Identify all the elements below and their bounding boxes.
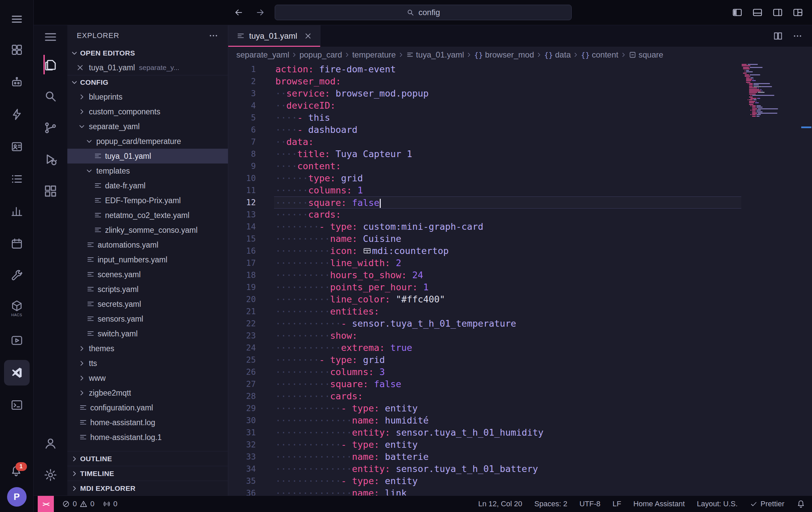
tree-item-configuration-yaml[interactable]: configuration.yaml bbox=[67, 400, 228, 415]
close-editor-icon[interactable] bbox=[76, 64, 84, 72]
tree-item-netatmo-co2-texte-yaml[interactable]: netatmo_co2_texte.yaml bbox=[67, 208, 228, 223]
code-line-10[interactable]: 10······type: grid bbox=[228, 172, 812, 184]
ports-status[interactable]: 0 bbox=[103, 500, 117, 508]
toggle-panel-button[interactable] bbox=[752, 7, 763, 18]
tree-item-sensors-yaml[interactable]: sensors.yaml bbox=[67, 311, 228, 326]
open-editor-item[interactable]: tuya_01.yaml separate_y... bbox=[67, 60, 228, 75]
ha-sidebar-item-calendar[interactable] bbox=[4, 228, 30, 260]
code-line-13[interactable]: 13······cards: bbox=[228, 209, 812, 221]
tree-item-home-assistant-log-1[interactable]: home-assistant.log.1 bbox=[67, 430, 228, 445]
status-item-spaces-2[interactable]: Spaces: 2 bbox=[534, 500, 567, 508]
tree-item-input-numbers-yaml[interactable]: input_numbers.yaml bbox=[67, 252, 228, 267]
activity-search-button[interactable] bbox=[44, 81, 58, 112]
breadcrumb-tuya-01-yaml[interactable]: tuya_01.yaml bbox=[405, 50, 465, 60]
code-line-15[interactable]: 15··········name: Cuisine bbox=[228, 233, 812, 245]
tree-item-zigbee2mqtt[interactable]: zigbee2mqtt bbox=[67, 386, 228, 400]
close-tab-icon[interactable] bbox=[304, 32, 312, 40]
code-line-18[interactable]: 18··········hours_to_show: 24 bbox=[228, 269, 812, 281]
code-line-16[interactable]: 16··········icon: mdi:countertop bbox=[228, 245, 812, 257]
outline-section-header[interactable]: OUTLINE bbox=[67, 451, 228, 466]
explorer-more-actions-button[interactable] bbox=[208, 31, 219, 41]
code-line-19[interactable]: 19··········points_per_hour: 1 bbox=[228, 281, 812, 293]
split-editor-button[interactable] bbox=[773, 31, 783, 41]
command-center-search[interactable]: config bbox=[275, 5, 572, 20]
ha-sidebar-item-dashboard[interactable] bbox=[4, 34, 30, 66]
forward-button[interactable] bbox=[255, 7, 265, 18]
notifications-button[interactable]: 1 bbox=[10, 465, 24, 478]
breadcrumb-square[interactable]: square bbox=[628, 50, 664, 60]
tree-item-secrets-yaml[interactable]: secrets.yaml bbox=[67, 297, 228, 311]
ha-sidebar-item-vscode[interactable] bbox=[4, 360, 30, 386]
tree-item-scripts-yaml[interactable]: scripts.yaml bbox=[67, 282, 228, 297]
code-line-33[interactable]: 33··············name: batterie bbox=[228, 451, 812, 463]
code-line-28[interactable]: 28··········cards: bbox=[228, 390, 812, 402]
tree-item-separate-yaml[interactable]: separate_yaml bbox=[67, 119, 228, 134]
breadcrumb-popup-card[interactable]: popup_card bbox=[299, 50, 343, 60]
ha-sidebar-item-terminal[interactable] bbox=[4, 389, 30, 421]
tree-item-blueprints[interactable]: blueprints bbox=[67, 89, 228, 104]
code-line-23[interactable]: 23··········show: bbox=[228, 330, 812, 342]
ha-sidebar-item-robot[interactable] bbox=[4, 66, 30, 98]
tree-item-automations-yaml[interactable]: automations.yaml bbox=[67, 238, 228, 252]
breadcrumb-browser-mod[interactable]: {}browser_mod bbox=[473, 50, 534, 60]
code-line-7[interactable]: 7··data: bbox=[228, 136, 812, 148]
user-avatar[interactable]: P bbox=[7, 487, 27, 507]
code-line-4[interactable]: 4··deviceID: bbox=[228, 99, 812, 112]
activity-menu-button[interactable] bbox=[44, 25, 58, 49]
tree-item-themes[interactable]: themes bbox=[67, 341, 228, 356]
code-line-9[interactable]: 9····content: bbox=[228, 160, 812, 172]
status-item-layout-u-s[interactable]: Layout: U.S. bbox=[697, 500, 737, 508]
status-item-utf-8[interactable]: UTF-8 bbox=[579, 500, 600, 508]
scrollbar-marker[interactable] bbox=[801, 126, 811, 128]
toggle-sidebar-button[interactable] bbox=[732, 7, 743, 18]
code-line-32[interactable]: 32············- type: entity bbox=[228, 439, 812, 451]
tree-item-templates[interactable]: templates bbox=[67, 163, 228, 178]
ha-sidebar-item-media[interactable] bbox=[4, 324, 30, 357]
toggle-secondary-sidebar-button[interactable] bbox=[772, 7, 783, 18]
code-line-14[interactable]: 14········- type: custom:mini-graph-card bbox=[228, 221, 812, 233]
activity-account-button[interactable] bbox=[34, 427, 67, 459]
tab-tuya-01-yaml[interactable]: tuya_01.yaml bbox=[228, 25, 320, 47]
code-line-25[interactable]: 25········- type: grid bbox=[228, 354, 812, 366]
status-item-home-assistant[interactable]: Home Assistant bbox=[633, 500, 685, 508]
ha-sidebar-item-history[interactable] bbox=[4, 195, 30, 228]
code-line-35[interactable]: 35············- type: entity bbox=[228, 475, 812, 487]
problems-status[interactable]: 0 0 bbox=[62, 500, 95, 508]
activity-settings-button[interactable] bbox=[34, 459, 67, 491]
code-line-31[interactable]: 31··············entity: sensor.tuya_t_h_… bbox=[228, 427, 812, 439]
activity-source-control-button[interactable] bbox=[44, 112, 58, 144]
code-line-36[interactable]: 36··············name: link bbox=[228, 487, 812, 495]
mdi-explorer-section-header[interactable]: MDI EXPLORER bbox=[67, 481, 228, 495]
editor-more-actions-button[interactable] bbox=[792, 31, 803, 41]
code-line-5[interactable]: 5····- this bbox=[228, 112, 812, 124]
ha-sidebar-item-hacs[interactable]: HACS bbox=[4, 292, 30, 324]
open-editors-section-header[interactable]: OPEN EDITORS bbox=[67, 46, 228, 60]
code-line-22[interactable]: 22············- sensor.tuya_t_h_01_tempe… bbox=[228, 318, 812, 330]
tree-item-scenes-yaml[interactable]: scenes.yaml bbox=[67, 267, 228, 282]
prettier-status[interactable]: Prettier bbox=[750, 500, 784, 508]
tree-item-edf-tempo-prix-yaml[interactable]: EDF-Tempo-Prix.yaml bbox=[67, 193, 228, 208]
status-bell-icon[interactable] bbox=[796, 500, 805, 508]
config-section-header[interactable]: CONFIG bbox=[67, 75, 228, 89]
activity-extensions-button[interactable] bbox=[44, 175, 58, 207]
tree-item-zlinky-somme-conso-yaml[interactable]: zlinky_somme_conso.yaml bbox=[67, 223, 228, 238]
code-line-17[interactable]: 17··········line_width: 2 bbox=[228, 257, 812, 269]
tree-item-tts[interactable]: tts bbox=[67, 356, 228, 371]
breadcrumb-separate-yaml[interactable]: separate_yaml bbox=[236, 50, 290, 60]
breadcrumb-content[interactable]: {}content bbox=[580, 50, 619, 60]
code-line-21[interactable]: 21··········entities: bbox=[228, 305, 812, 318]
ha-menu-button[interactable] bbox=[0, 5, 33, 34]
ha-sidebar-item-person-badge[interactable] bbox=[4, 130, 30, 163]
activity-files-button[interactable] bbox=[44, 49, 58, 81]
code-line-6[interactable]: 6····- dashboard bbox=[228, 124, 812, 136]
breadcrumb-temperature[interactable]: temperature bbox=[351, 50, 396, 60]
status-item-lf[interactable]: LF bbox=[612, 500, 621, 508]
tree-item-tuya-01-yaml[interactable]: tuya_01.yaml bbox=[67, 149, 228, 163]
back-button[interactable] bbox=[234, 7, 244, 18]
code-line-27[interactable]: 27··········square: false bbox=[228, 378, 812, 390]
code-line-8[interactable]: 8····title: Tuya Capteur 1 bbox=[228, 148, 812, 160]
tree-item-switch-yaml[interactable]: switch.yaml bbox=[67, 326, 228, 341]
code-line-20[interactable]: 20··········line_color: "#ffc400" bbox=[228, 293, 812, 305]
code-line-29[interactable]: 29············- type: entity bbox=[228, 402, 812, 415]
timeline-section-header[interactable]: TIMELINE bbox=[67, 466, 228, 481]
